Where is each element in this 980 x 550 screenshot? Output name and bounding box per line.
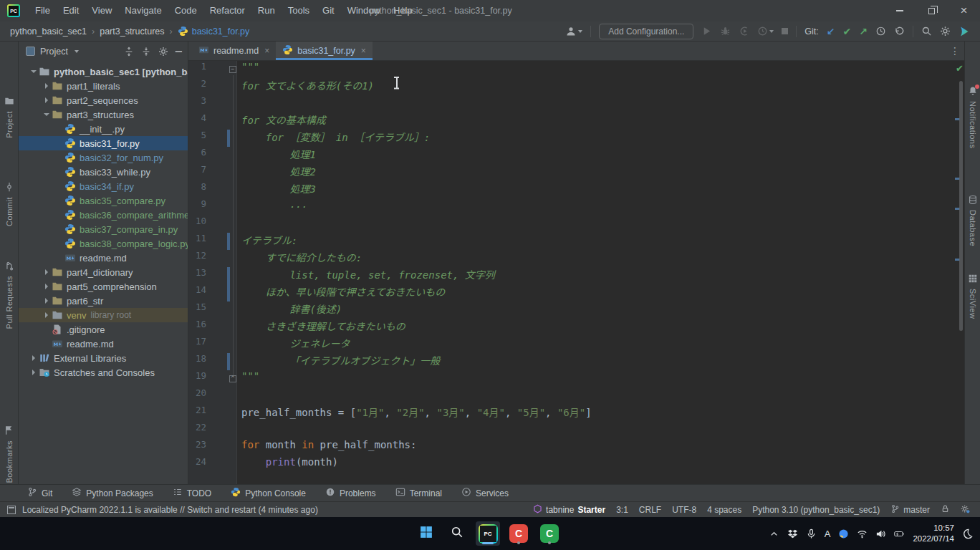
- code-line[interactable]: """: [237, 61, 954, 78]
- tree-item[interactable]: basic38_compare_logic.py: [19, 236, 188, 251]
- code-line[interactable]: pre_half_months = ["1月", "2月", "3月", "4月…: [237, 405, 954, 422]
- code-line[interactable]: 処理3: [237, 181, 954, 198]
- assistant-icon[interactable]: [838, 529, 849, 539]
- chevron-collapsed-icon[interactable]: [42, 83, 52, 89]
- editor-scrollbar[interactable]: ✔: [954, 61, 964, 484]
- taskbar-app-red-icon[interactable]: C: [506, 521, 531, 546]
- editor-body[interactable]: 123456789101112131415161718192021222324 …: [188, 61, 964, 484]
- code-line[interactable]: """: [237, 370, 954, 387]
- code-pane[interactable]: """for 文でよくある形(その1)for 文の基本構成 for ［変数］ i…: [237, 61, 954, 473]
- chevron-collapsed-icon[interactable]: [42, 312, 52, 318]
- settings-button[interactable]: [940, 26, 951, 37]
- line-number[interactable]: 21: [188, 405, 236, 422]
- line-number[interactable]: 7: [188, 164, 236, 181]
- night-mode-icon[interactable]: [962, 529, 973, 539]
- event-log-icon[interactable]: [7, 506, 16, 514]
- menu-tools[interactable]: Tools: [282, 0, 316, 21]
- chevron-collapsed-icon[interactable]: [42, 298, 52, 304]
- tree-item[interactable]: part1_literals: [19, 79, 188, 93]
- indent-setting[interactable]: 4 spaces: [707, 505, 741, 515]
- tool-window-problems[interactable]: Problems: [325, 487, 376, 499]
- code-line[interactable]: 「イテラブルオブジェクト」一般: [237, 353, 954, 370]
- tool-stripe-commit[interactable]: Commit: [0, 182, 18, 226]
- ime-indicator[interactable]: A: [825, 529, 831, 539]
- tree-item[interactable]: basic34_if.py: [19, 179, 188, 193]
- breadcrumb-item[interactable]: basic31_for.py: [176, 26, 251, 37]
- tool-stripe-project[interactable]: Project: [0, 96, 18, 138]
- tray-overflow-chevron-icon[interactable]: [769, 529, 779, 539]
- tree-item[interactable]: External Libraries: [19, 351, 188, 365]
- tree-item[interactable]: part2_sequences: [19, 93, 188, 107]
- dropbox-icon[interactable]: [787, 529, 798, 539]
- git-push-button[interactable]: ↗: [859, 26, 868, 37]
- code-line[interactable]: ...: [237, 198, 954, 216]
- scrollbar-thumb[interactable]: [959, 81, 963, 331]
- code-line[interactable]: イテラブル:: [237, 233, 954, 250]
- menu-code[interactable]: Code: [168, 0, 203, 21]
- start-button[interactable]: [414, 521, 438, 546]
- code-line[interactable]: すでに紹介したもの:: [237, 250, 954, 267]
- tree-item[interactable]: basic36_compare_arithmetic.py: [19, 208, 188, 222]
- hide-panel-icon[interactable]: ─: [176, 48, 182, 55]
- line-number[interactable]: 15: [188, 301, 236, 319]
- line-number[interactable]: 16: [188, 319, 236, 336]
- line-number[interactable]: 9: [188, 198, 236, 216]
- line-number[interactable]: 2: [188, 78, 236, 95]
- taskbar-clock[interactable]: 10:57 2022/07/14: [913, 523, 954, 544]
- chevron-expanded-icon[interactable]: [42, 113, 52, 116]
- code-line[interactable]: さきざき理解しておきたいもの: [237, 319, 954, 336]
- line-number[interactable]: 24: [188, 456, 236, 473]
- taskbar-app-green-icon[interactable]: C: [537, 521, 562, 546]
- tree-item[interactable]: readme.md: [19, 251, 188, 265]
- line-number[interactable]: 4: [188, 112, 236, 130]
- close-tab-icon[interactable]: ×: [264, 46, 269, 56]
- chevron-expanded-icon[interactable]: [29, 70, 39, 73]
- tree-item[interactable]: Scratches and Consoles: [19, 365, 188, 380]
- chevron-collapsed-icon[interactable]: [42, 284, 52, 289]
- profile-avatar-button[interactable]: [565, 26, 582, 37]
- tree-item[interactable]: basic32_for_num.py: [19, 150, 188, 165]
- line-number[interactable]: 8: [188, 181, 236, 198]
- git-branch-widget[interactable]: master: [890, 504, 930, 516]
- tabnine-widget[interactable]: tabnine Starter: [533, 504, 605, 516]
- breadcrumb-item[interactable]: python_basic_sec1: [9, 26, 88, 37]
- minimize-button[interactable]: [883, 0, 916, 21]
- chevron-collapsed-icon[interactable]: [42, 269, 52, 275]
- add-configuration-button[interactable]: Add Configuration...: [599, 24, 693, 39]
- line-number[interactable]: 10: [188, 216, 236, 233]
- inspections-ok-icon[interactable]: ✔: [956, 63, 964, 74]
- tree-item[interactable]: basic35_compare.py: [19, 193, 188, 208]
- tool-window-python-packages[interactable]: Python Packages: [72, 487, 153, 499]
- interpreter[interactable]: Python 3.10 (python_basic_sec1): [752, 505, 880, 515]
- menu-refactor[interactable]: Refactor: [203, 0, 251, 21]
- tool-window-services[interactable]: Services: [461, 487, 509, 499]
- tree-item[interactable]: readme.md: [19, 337, 188, 351]
- menu-git[interactable]: Git: [316, 0, 341, 21]
- tab-readme-md[interactable]: readme.md×: [192, 42, 276, 60]
- history-button[interactable]: [875, 26, 886, 37]
- code-line[interactable]: for 文でよくある形(その1): [237, 78, 954, 95]
- rollback-button[interactable]: [894, 26, 905, 37]
- battery-icon[interactable]: [894, 529, 905, 539]
- menu-view[interactable]: View: [85, 0, 118, 21]
- tree-item[interactable]: __init__.py: [19, 122, 188, 136]
- tool-stripe-pull-requests[interactable]: Pull Requests: [0, 261, 18, 329]
- tool-stripe-notifications[interactable]: Notifications: [965, 86, 980, 148]
- code-line[interactable]: list, tuple, set, frozenset, 文字列: [237, 267, 954, 284]
- tree-item[interactable]: basic33_while.py: [19, 165, 188, 179]
- menu-run[interactable]: Run: [251, 0, 282, 21]
- chevron-collapsed-icon[interactable]: [29, 355, 39, 361]
- maximize-button[interactable]: [916, 0, 948, 21]
- taskbar-search-icon[interactable]: [445, 521, 469, 546]
- caret-position[interactable]: 3:1: [616, 505, 628, 515]
- tree-item[interactable]: basic37_compare_in.py: [19, 222, 188, 236]
- code-line[interactable]: 辞書(後述): [237, 301, 954, 319]
- search-everywhere-button[interactable]: [921, 26, 932, 37]
- panel-settings-icon[interactable]: [158, 47, 168, 57]
- line-number[interactable]: 6: [188, 147, 236, 164]
- taskbar-pycharm-icon[interactable]: PC: [476, 521, 500, 546]
- menu-edit[interactable]: Edit: [57, 0, 85, 21]
- expand-all-icon[interactable]: [124, 47, 134, 57]
- file-encoding[interactable]: UTF-8: [672, 505, 696, 515]
- fold-end-icon[interactable]: ^: [229, 375, 236, 382]
